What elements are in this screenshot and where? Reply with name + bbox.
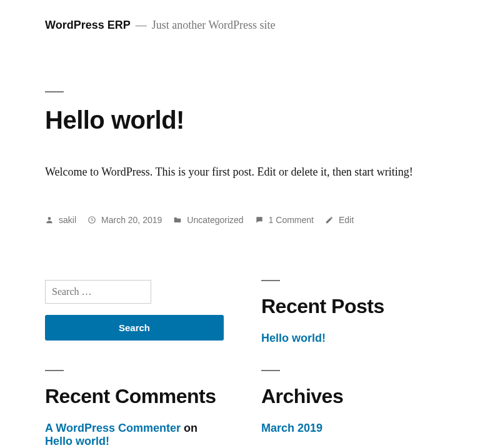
category-link[interactable]: Uncategorized xyxy=(187,215,243,225)
tagline-dash: — xyxy=(136,19,147,32)
heading-rule xyxy=(45,91,64,92)
comment-on-text: on xyxy=(181,422,198,434)
author-icon xyxy=(45,216,54,224)
comment-icon xyxy=(255,216,264,224)
clock-icon xyxy=(88,216,96,224)
search-widget: Search xyxy=(45,280,224,345)
meta-author: sakil xyxy=(45,215,76,225)
footer-widgets: Search Recent Posts Hello world! Recent … xyxy=(45,280,440,448)
author-link[interactable]: sakil xyxy=(59,215,76,225)
recent-comments-widget: Recent Comments A WordPress Commenter on… xyxy=(45,370,224,448)
recent-posts-widget: Recent Posts Hello world! xyxy=(261,280,440,345)
meta-category: Uncategorized xyxy=(173,215,243,225)
comment-post-link[interactable]: Hello world! xyxy=(45,435,109,447)
edit-icon xyxy=(325,216,334,224)
recent-comment-item: A WordPress Commenter on Hello world! xyxy=(45,422,224,448)
meta-comments: 1 Comment xyxy=(255,215,314,225)
comments-link[interactable]: 1 Comment xyxy=(269,215,314,225)
recent-comments-title: Recent Comments xyxy=(45,385,224,408)
folder-icon xyxy=(173,216,182,224)
meta-date: March 20, 2019 xyxy=(88,215,162,225)
site-title-link[interactable]: WordPress ERP xyxy=(45,19,131,32)
svg-point-0 xyxy=(48,217,51,220)
heading-rule xyxy=(45,370,64,371)
edit-link[interactable]: Edit xyxy=(339,215,354,225)
commenter-link[interactable]: A WordPress Commenter xyxy=(45,422,181,434)
archives-widget: Archives March 2019 xyxy=(261,370,440,448)
site-header: WordPress ERP — Just another WordPress s… xyxy=(45,19,440,32)
recent-posts-title: Recent Posts xyxy=(261,295,440,318)
recent-post-link[interactable]: Hello world! xyxy=(261,332,440,345)
archive-link[interactable]: March 2019 xyxy=(261,422,440,435)
post-meta: sakil March 20, 2019 Uncategorized 1 Com… xyxy=(45,215,440,225)
date-link[interactable]: March 20, 2019 xyxy=(101,215,162,225)
post-content: Welcome to WordPress. This is your first… xyxy=(45,166,440,179)
post-title[interactable]: Hello world! xyxy=(45,106,440,134)
archives-title: Archives xyxy=(261,385,440,408)
meta-edit: Edit xyxy=(325,215,354,225)
heading-rule xyxy=(261,280,280,281)
search-button[interactable]: Search xyxy=(45,315,224,341)
site-tagline: Just another WordPress site xyxy=(152,19,276,32)
post: Hello world! Welcome to WordPress. This … xyxy=(45,91,440,225)
search-input[interactable] xyxy=(45,280,151,304)
heading-rule xyxy=(261,370,280,371)
